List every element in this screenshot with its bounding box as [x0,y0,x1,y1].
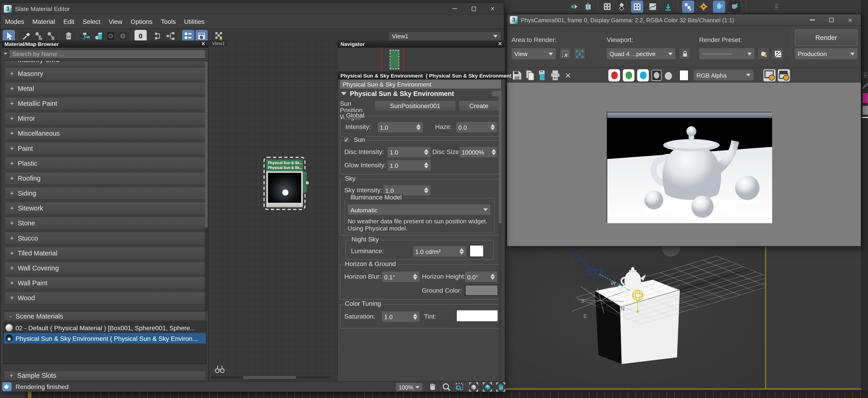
material-editor-icon[interactable] [662,0,674,12]
material-category-item[interactable]: +Metal [4,82,205,95]
material-category-item[interactable]: +Wall Paint [4,277,205,290]
material-category-item[interactable]: +Wall Covering [4,261,205,275]
horizon-blur-field[interactable]: 0.1° [382,272,420,282]
zoom-tool-icon[interactable] [442,382,451,392]
manage-layers-icon[interactable] [631,0,643,12]
rendered-image[interactable] [607,112,772,223]
disc-size-field[interactable]: 10000% [460,147,497,158]
rollout-header[interactable]: Physical Sun & Sky Environment [338,89,502,98]
scrollbar-thumb[interactable] [243,376,296,379]
close-panel-icon[interactable] [498,41,502,47]
menu-item[interactable]: Utilities [184,18,205,25]
material-category-item[interactable]: +Tiled Material [4,247,205,260]
render-mode-combo[interactable]: Production [795,48,858,59]
parameter-editor-header[interactable]: Physical Sun & Sky Environment ( Physica… [338,72,505,79]
intensity-field[interactable]: 1.0 [377,122,423,133]
material-category-item[interactable]: +Paint [4,142,205,155]
material-category-item[interactable]: +Wood [4,291,205,305]
rfw-titlebar[interactable]: 3 PhysCamera001, frame 0, Display Gamma:… [507,15,861,26]
view-selector-combo[interactable]: View1 [388,31,501,41]
menu-item[interactable]: Edit [63,18,74,25]
menu-item[interactable]: Modes [5,18,24,25]
close-icon[interactable] [490,5,495,12]
spinner[interactable] [460,248,464,254]
zoom-level-combo[interactable]: 100% [396,383,423,391]
panel-grip[interactable] [864,72,867,78]
night-sky-color-swatch[interactable] [469,245,484,257]
render-button[interactable]: Render [795,29,858,46]
zoom-extents-icon[interactable] [469,382,478,392]
close-icon[interactable] [848,17,852,23]
material-name-field[interactable]: Physical Sun & Sky Environment [340,80,501,89]
maximize-icon[interactable] [471,6,476,11]
zoom-extents-selected-icon[interactable] [483,382,492,392]
browser-header[interactable]: Material/Map Browser [2,40,208,48]
material-category-item[interactable]: +Stucco [4,232,205,245]
viewport-secondary-pane[interactable] [766,247,861,388]
alpha-channel-button[interactable] [652,70,661,81]
render-preset-combo[interactable] [699,48,754,59]
haze-field[interactable]: 0.0 [456,122,497,133]
spinner[interactable] [416,124,421,131]
green-channel-button[interactable] [623,69,634,82]
material-category-item[interactable]: +Mirror [4,112,205,125]
material-category-item[interactable]: +Miscellaneous [4,127,205,140]
node-output-socket[interactable] [305,181,309,185]
copy-image-icon[interactable] [524,69,535,82]
lock-viewport-icon[interactable] [679,48,691,60]
scene-materials-header[interactable]: -Scene Materials [2,311,208,321]
viewport-combo[interactable]: Quad 4 ...pective [607,48,675,59]
auto-region-icon[interactable]: A [574,48,586,60]
menu-item[interactable]: Tools [161,18,176,25]
render-settings-gear-icon[interactable] [698,0,710,12]
navigator-node-thumbnail[interactable] [390,50,399,69]
toggle-ui-icon[interactable] [778,69,790,82]
viewcube[interactable] [662,247,680,256]
disc-intensity-field[interactable]: 1.0 [388,147,431,158]
menu-item[interactable]: View [109,18,122,25]
red-channel-button[interactable] [609,69,620,82]
menu-item[interactable]: Options [131,18,153,25]
close-panel-icon[interactable] [201,41,205,47]
view-hscrollbar[interactable] [211,376,332,379]
luminance-field[interactable]: 1.0 cd/m² [413,246,466,257]
ground-color-swatch[interactable] [465,285,498,296]
spinner[interactable] [413,314,417,320]
render-setup-teapot-icon[interactable] [757,48,769,60]
create-button[interactable]: Create [458,100,499,111]
material-category-item[interactable]: +Stone [4,217,205,230]
zoom-region-icon[interactable] [455,382,464,392]
material-category-item[interactable]: +Metallic Paint [4,97,205,110]
material-category-item[interactable]: +Siding [4,187,205,200]
material-category-item[interactable]: +Roofing [4,172,205,185]
gamma-adjust-icon[interactable] [772,48,784,60]
area-to-render-combo[interactable]: View [512,48,556,59]
scene-explorer-icon[interactable] [616,0,628,12]
clipped-list-item[interactable]: +Masonry CMU [2,61,208,65]
sun-positioner-button[interactable]: SunPositioner001 [374,100,456,111]
pan-to-selected-icon[interactable] [496,382,505,392]
search-options-icon[interactable] [4,53,7,55]
menu-item[interactable]: Material [32,18,55,25]
scene-material-row[interactable]: 02 - Default ( Physical Material ) [Box0… [4,322,206,333]
channel-display-combo[interactable]: RGB Alpha [694,70,753,80]
scene-material-row-selected[interactable]: Physical Sun & Sky Environment ( Physica… [4,333,206,344]
layer-explorer-icon[interactable] [601,0,614,12]
node-view[interactable]: View1 Physical Sun & Sk... Physical Sun … [209,40,337,381]
spinner[interactable] [492,149,496,155]
navigator-canvas[interactable] [338,48,505,72]
material-category-item[interactable]: +Plastic [4,157,205,170]
scrollbar-thumb[interactable] [499,90,501,223]
node-header[interactable]: Physical Sun & Sk... Physical Sun & Sk..… [266,160,303,171]
toggle-ui-overlays-icon[interactable] [764,69,776,82]
material-category-item[interactable]: +Masonry [4,67,205,80]
glow-intensity-field[interactable]: 1.0 [388,160,431,171]
illuminance-model-combo[interactable]: Automatic [348,204,491,215]
clone-rendered-frame-icon[interactable] [537,69,548,82]
render-setup-icon[interactable] [682,0,694,12]
material-node[interactable]: Physical Sun & Sk... Physical Sun & Sk..… [266,160,303,207]
navigator-header[interactable]: Navigator [338,40,505,48]
spinner[interactable] [424,187,428,194]
browser-scrollbar[interactable] [205,60,208,311]
monochrome-button[interactable] [665,72,672,80]
